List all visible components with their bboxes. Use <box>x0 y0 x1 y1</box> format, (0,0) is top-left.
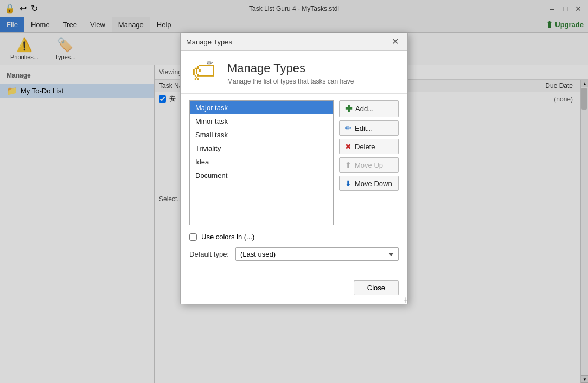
default-type-row: Default type: (Last used) Major task Min… <box>189 247 399 261</box>
default-type-select[interactable]: (Last used) Major task Minor task Small … <box>235 247 399 261</box>
dialog-close-button[interactable]: Close <box>354 280 399 295</box>
type-item-triviality[interactable]: Triviality <box>190 142 333 155</box>
dialog-subtitle: Manage the list of types that tasks can … <box>227 78 354 85</box>
dialog-close-icon-button[interactable]: ✕ <box>388 36 402 47</box>
dialog-footer: Close <box>181 276 407 304</box>
checkbox-row: Use colors in (...) <box>189 233 399 241</box>
default-type-label: Default type: <box>189 250 229 258</box>
delete-icon: ✖ <box>345 142 351 151</box>
dialog-titlebar: Manage Types ✕ <box>181 33 407 51</box>
move-down-icon: ⬇ <box>345 179 351 188</box>
types-list[interactable]: Major task Minor task Small task Trivial… <box>189 100 334 225</box>
dialog-body: Major task Minor task Small task Trivial… <box>181 94 407 276</box>
type-item-small-task[interactable]: Small task <box>190 128 333 142</box>
type-item-idea[interactable]: Idea <box>190 155 333 169</box>
delete-button[interactable]: ✖ Delete <box>339 139 399 154</box>
edit-button[interactable]: ✏ Edit... <box>339 120 399 136</box>
move-up-icon: ⬆ <box>345 161 351 169</box>
dialog-header: 🏷 ✏ Manage Types Manage the list of type… <box>181 51 407 94</box>
add-button[interactable]: ✚ Add... <box>339 100 399 117</box>
pen-icon: ✏ <box>207 59 213 67</box>
dialog-title: Manage Types <box>186 38 232 46</box>
dialog-heading: Manage Types <box>227 61 354 75</box>
action-buttons: ✚ Add... ✏ Edit... ✖ Delete ⬆ Move Up <box>339 100 399 225</box>
add-icon: ✚ <box>345 104 352 114</box>
dialog-header-icon: 🏷 ✏ <box>191 60 219 87</box>
type-item-major-task[interactable]: Major task <box>190 101 333 114</box>
dialog-overlay: Manage Types ✕ 🏷 ✏ Manage Types Manage t… <box>0 0 588 383</box>
types-section: Major task Minor task Small task Trivial… <box>189 100 399 225</box>
type-item-minor-task[interactable]: Minor task <box>190 114 333 128</box>
edit-icon: ✏ <box>345 124 351 132</box>
manage-types-dialog: Manage Types ✕ 🏷 ✏ Manage Types Manage t… <box>180 33 408 304</box>
resize-grip[interactable]: ⟊ <box>400 296 407 304</box>
use-colors-label[interactable]: Use colors in (...) <box>201 233 254 241</box>
dialog-header-text: Manage Types Manage the list of types th… <box>227 61 354 85</box>
use-colors-checkbox[interactable] <box>189 233 197 241</box>
type-item-document[interactable]: Document <box>190 169 333 182</box>
move-down-button[interactable]: ⬇ Move Down <box>339 176 399 191</box>
move-up-button[interactable]: ⬆ Move Up <box>339 157 399 173</box>
